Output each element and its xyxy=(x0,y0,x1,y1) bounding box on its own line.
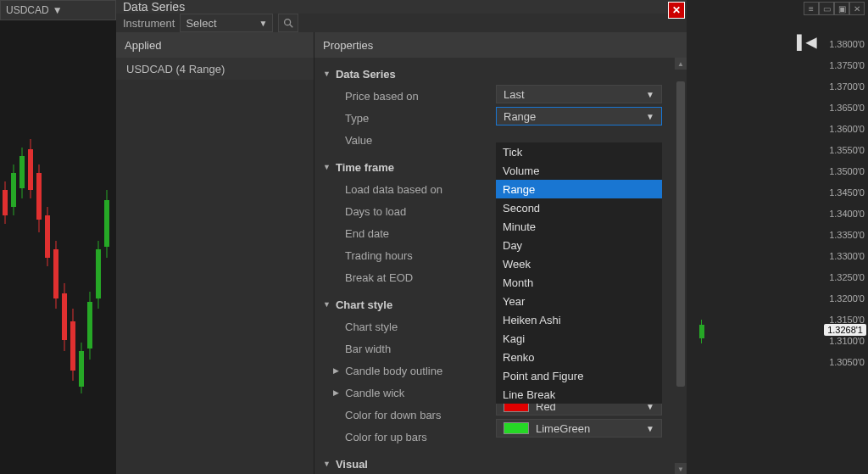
svg-rect-11 xyxy=(36,173,42,220)
price-tick: 1.3050'0 xyxy=(829,352,865,373)
svg-rect-5 xyxy=(11,173,16,207)
search-icon xyxy=(282,17,294,29)
prop-days-to-load: Days to load xyxy=(345,205,489,218)
triangle-down-icon: ▼ xyxy=(323,163,331,171)
prop-break-eod: Break at EOD xyxy=(345,271,489,284)
type-option[interactable]: Kagi xyxy=(496,329,662,348)
chevron-down-icon: ▼ xyxy=(646,90,654,99)
triangle-down-icon: ▼ xyxy=(323,460,331,468)
prop-chart-style: Chart style xyxy=(345,321,489,333)
price-tick: 1.3700'0 xyxy=(829,76,865,98)
close-button[interactable]: ✕ xyxy=(668,2,685,19)
jump-latest-icon[interactable]: ▌◀ xyxy=(797,34,816,50)
price-tick: 1.3250'0 xyxy=(829,267,865,288)
prop-end-date: End date xyxy=(345,227,489,240)
applied-item[interactable]: USDCAD (4 Range) xyxy=(116,58,314,80)
candlestick-preview xyxy=(0,88,116,427)
triangle-right-icon[interactable]: ▶ xyxy=(333,366,339,375)
triangle-right-icon[interactable]: ▶ xyxy=(333,388,339,397)
color-up-select[interactable]: LimeGreen▼ xyxy=(496,419,662,438)
type-option[interactable]: Renko xyxy=(496,348,662,366)
window-button-1[interactable]: ≡ xyxy=(804,2,819,15)
current-price-badge: 1.3268'1 xyxy=(824,324,866,336)
prop-candle-wick: Candle wick xyxy=(345,387,404,399)
svg-rect-23 xyxy=(87,302,92,349)
price-tick: 1.3600'0 xyxy=(829,119,865,140)
properties-header: Properties xyxy=(314,32,687,58)
prop-value: Value xyxy=(345,134,489,147)
svg-rect-27 xyxy=(104,200,109,247)
type-option[interactable]: Day xyxy=(496,236,662,254)
svg-rect-21 xyxy=(79,351,84,387)
chevron-down-icon: ▼ xyxy=(646,112,654,121)
price-tick: 1.3300'0 xyxy=(829,246,865,267)
price-tick: 1.3450'0 xyxy=(829,182,865,204)
triangle-down-icon: ▼ xyxy=(323,300,331,309)
price-based-on-select[interactable]: Last▼ xyxy=(496,85,662,103)
prop-type: Type xyxy=(345,112,489,125)
svg-rect-9 xyxy=(28,149,33,190)
properties-scrollbar[interactable]: ▲ ▼ xyxy=(675,58,687,474)
type-option[interactable]: Volume xyxy=(496,161,662,180)
type-dropdown: TickVolumeRangeSecondMinuteDayWeekMonthY… xyxy=(496,142,662,404)
svg-rect-3 xyxy=(3,190,8,215)
type-option[interactable]: Week xyxy=(496,254,662,273)
prop-candle-body-outline: Candle body outline xyxy=(345,365,442,377)
price-tick: 1.3550'0 xyxy=(829,140,865,161)
svg-rect-25 xyxy=(96,249,101,298)
instrument-label: Instrument xyxy=(123,17,175,30)
instrument-select[interactable]: Select ▼ xyxy=(180,14,273,32)
type-option[interactable]: Point and Figure xyxy=(496,366,662,385)
type-option[interactable]: Minute xyxy=(496,217,662,236)
prop-bar-width: Bar width xyxy=(345,343,489,355)
chevron-down-icon: ▼ xyxy=(646,424,654,433)
latest-candle xyxy=(699,325,704,338)
chevron-down-icon: ▼ xyxy=(53,4,63,16)
type-option[interactable]: Line Break xyxy=(496,385,662,404)
scroll-thumb[interactable] xyxy=(676,81,685,387)
svg-rect-19 xyxy=(70,321,75,371)
price-tick: 1.3400'0 xyxy=(829,204,865,225)
svg-line-29 xyxy=(290,25,293,28)
svg-rect-7 xyxy=(19,156,25,188)
window-button-3[interactable]: ▣ xyxy=(834,2,849,15)
price-tick: 1.3650'0 xyxy=(829,98,865,119)
price-tick: 1.3200'0 xyxy=(829,288,865,309)
instrument-search-button[interactable] xyxy=(278,14,298,32)
price-axis: 1.3800'01.3750'01.3700'01.3650'01.3600'0… xyxy=(829,34,865,373)
dialog-title: Data Series xyxy=(116,0,687,14)
prop-trading-hours: Trading hours xyxy=(345,249,489,262)
type-option[interactable]: Heiken Ashi xyxy=(496,310,662,329)
svg-rect-15 xyxy=(53,249,58,298)
price-tick: 1.3750'0 xyxy=(829,55,865,76)
chevron-down-icon: ▼ xyxy=(259,19,268,28)
color-swatch-limegreen xyxy=(504,422,529,434)
instrument-select-value: Select xyxy=(186,17,216,30)
type-option[interactable]: Second xyxy=(496,198,662,217)
symbol-selector[interactable]: USDCAD ▼ xyxy=(0,0,116,20)
type-option[interactable]: Month xyxy=(496,273,662,292)
price-tick: 1.3500'0 xyxy=(829,161,865,182)
svg-rect-17 xyxy=(62,293,67,340)
type-option[interactable]: Tick xyxy=(496,142,662,161)
price-tick: 1.3800'0 xyxy=(829,34,865,55)
prop-price-based-on: Price based on xyxy=(345,90,489,103)
prop-color-down: Color for down bars xyxy=(345,409,489,421)
price-tick: 1.3350'0 xyxy=(829,225,865,246)
applied-header: Applied xyxy=(116,32,314,58)
type-option[interactable]: Year xyxy=(496,292,662,310)
svg-point-28 xyxy=(285,20,291,25)
window-close-button[interactable]: ✕ xyxy=(849,2,865,15)
type-option[interactable]: Range xyxy=(496,180,662,198)
type-select[interactable]: Range▼ xyxy=(496,107,662,125)
scroll-up-button[interactable]: ▲ xyxy=(675,58,687,70)
group-visual[interactable]: ▼Visual xyxy=(323,453,687,474)
prop-color-up: Color for up bars xyxy=(345,431,489,443)
triangle-down-icon: ▼ xyxy=(323,70,331,78)
window-button-2[interactable]: ▭ xyxy=(819,2,834,15)
chart-area[interactable] xyxy=(0,20,116,474)
prop-load-data: Load data based on xyxy=(345,183,489,196)
scroll-down-button[interactable]: ▼ xyxy=(675,463,687,474)
svg-rect-13 xyxy=(45,215,50,258)
group-data-series[interactable]: ▼Data Series xyxy=(323,63,687,85)
